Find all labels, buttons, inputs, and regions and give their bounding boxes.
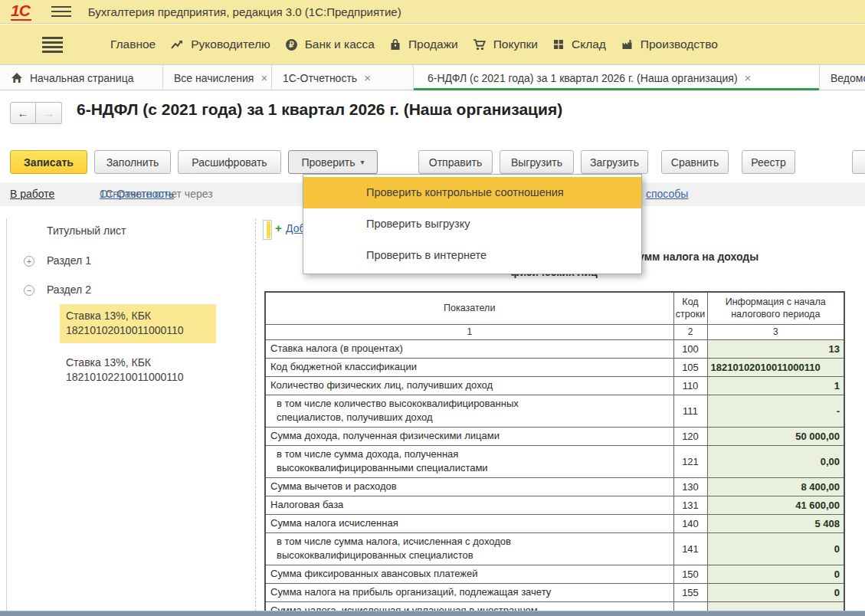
forward-button[interactable]: → — [36, 102, 62, 124]
tree-item-section2[interactable]: Раздел 2 — [47, 283, 91, 296]
table-row: Сумма налога на прибыль организаций, под… — [265, 583, 844, 601]
col-header-line-code: Код строки — [673, 292, 707, 324]
value-cell[interactable]: - — [707, 395, 844, 427]
section-sklad[interactable]: Склад — [552, 38, 606, 51]
open-windows-tabbar: Начальная страница Все начисления × 1С-О… — [0, 65, 865, 90]
indicator-label: Код бюджетной классификации — [265, 358, 673, 376]
ruble-coin-icon: ₽ — [285, 38, 298, 51]
value-cell[interactable]: 50 000,00 — [707, 427, 844, 445]
indicator-label: Сумма фиксированных авансовых платежей — [265, 565, 673, 583]
other-methods-link[interactable]: способы — [646, 182, 688, 206]
value-cell[interactable]: 1 — [707, 376, 844, 395]
save-button[interactable]: Записать — [10, 150, 87, 174]
functions-menu-icon[interactable] — [42, 37, 63, 53]
table-row: Сумма вычетов и расходов1308 400,00 — [265, 477, 844, 496]
clipped-toolbar-button[interactable] — [852, 150, 865, 174]
sections-panel: Главное Руководителю ₽ Банк и касса Прод… — [0, 25, 865, 65]
tab-6ndfl-report[interactable]: 6-НДФЛ (с 2021 года) за 1 квартал 2026 г… — [414, 65, 820, 90]
table-row: Сумма дохода, полученная физическими лиц… — [265, 427, 844, 445]
close-tab-icon[interactable]: × — [260, 72, 267, 84]
section-proizvodstvo[interactable]: Производство — [621, 38, 718, 51]
window-bottom-edge — [0, 611, 865, 616]
tree-item-title-page[interactable]: Титульный лист — [47, 224, 126, 237]
column-number-row: 1 2 3 — [265, 324, 844, 339]
value-cell[interactable]: 0,00 — [707, 445, 844, 477]
line-code: 131 — [673, 496, 707, 514]
value-cell[interactable]: 13 — [707, 339, 844, 358]
1c-application-window: 1С Бухгалтерия предприятия, редакция 3.0… — [0, 0, 865, 616]
table-row: Код бюджетной классификации1051821010201… — [265, 358, 844, 376]
tab-home-page[interactable]: Начальная страница — [0, 65, 163, 90]
section-rukovoditelyu[interactable]: Руководителю — [170, 38, 270, 51]
import-button[interactable]: Загрузить — [581, 150, 648, 174]
shopping-cart-icon — [473, 38, 487, 51]
table-row: Налоговая база13141 600,00 — [265, 496, 844, 514]
indicator-label: Сумма налога на прибыль организаций, под… — [265, 583, 673, 601]
line-code: 111 — [673, 395, 707, 427]
value-cell[interactable]: 41 600,00 — [707, 496, 844, 514]
page-title: 6-НДФЛ (с 2021 года) за 1 квартал 2026 г… — [77, 100, 562, 119]
send-button[interactable]: Отправить — [418, 150, 493, 174]
tab-vse-nachisleniya[interactable]: Все начисления × — [163, 65, 272, 90]
main-menu-icon[interactable] — [51, 6, 71, 17]
tab-label: Ведомо — [831, 72, 865, 84]
back-arrow-icon: ← — [18, 106, 29, 120]
section-bank-i-kassa[interactable]: ₽ Банк и касса — [285, 38, 375, 51]
splitter-handle[interactable] — [263, 220, 272, 240]
tab-label: 6-НДФЛ (с 2021 года) за 1 квартал 2026 г… — [428, 72, 738, 84]
decrypt-button[interactable]: Расшифровать — [178, 150, 281, 174]
value-cell[interactable]: 0 — [707, 583, 844, 601]
line-code: 150 — [673, 565, 707, 583]
register-button[interactable]: Реестр — [742, 150, 795, 174]
tree-item-section1[interactable]: Раздел 1 — [47, 254, 91, 267]
compare-button[interactable]: Сравнить — [661, 150, 729, 174]
close-tab-icon[interactable]: × — [364, 72, 371, 84]
section-pokupki[interactable]: Покупки — [473, 38, 538, 51]
tree-item-rate13-kbk2[interactable]: Ставка 13%, КБК 18210102210011000110 — [60, 351, 216, 390]
value-cell[interactable]: 8 400,00 — [707, 477, 844, 496]
section-label: Продажи — [408, 38, 458, 51]
section-prodazhi[interactable]: Продажи — [389, 38, 458, 51]
tab-label: Начальная страница — [30, 72, 133, 84]
value-cell[interactable]: 5 408 — [707, 514, 844, 532]
expand-plus-icon[interactable]: + — [24, 256, 34, 267]
section-glavnoe[interactable]: Главное — [110, 38, 156, 51]
value-cell[interactable]: 0 — [707, 565, 844, 583]
indicator-label: Сумма налога исчисленная — [265, 514, 673, 532]
window-title: Бухгалтерия предприятия, редакция 3.0 (1… — [88, 5, 401, 18]
indicator-label: в том числе сумма дохода, полученная выс… — [265, 445, 673, 477]
panel-splitter[interactable] — [255, 218, 256, 611]
close-tab-icon[interactable]: × — [745, 72, 752, 84]
export-button[interactable]: Выгрузить — [500, 150, 574, 174]
col-header-indicators: Показатели — [265, 292, 673, 324]
svg-text:₽: ₽ — [289, 41, 294, 49]
report-table: Показатели Код строки Информация с начал… — [264, 291, 845, 616]
indicator-label: Количество физических лиц, получивших до… — [265, 376, 673, 395]
menu-item-check-export[interactable]: Проверить выгрузку — [303, 208, 641, 240]
factory-icon — [621, 38, 634, 51]
back-button[interactable]: ← — [10, 102, 36, 124]
1c-reporting-link[interactable]: 1С-Отчетность — [100, 182, 174, 206]
section-label: Склад — [572, 38, 606, 51]
line-code: 105 — [673, 358, 707, 376]
line-code: 100 — [673, 339, 707, 358]
line-code: 140 — [673, 514, 707, 532]
table-row: Ставка налога (в процентах)10013 — [265, 339, 844, 358]
indicator-label: в том числе сумма налога, исчисленная с … — [265, 532, 673, 565]
collapse-minus-icon[interactable]: − — [24, 285, 34, 296]
tab-1c-otchetnost[interactable]: 1С-Отчетность × — [272, 65, 414, 90]
status-state-link[interactable]: В работе — [10, 182, 54, 206]
check-button[interactable]: Проверить▾ — [288, 150, 378, 174]
menu-item-check-control-ratios[interactable]: Проверить контрольные соотношения — [303, 177, 641, 208]
tab-vedomost-clipped[interactable]: Ведомо — [820, 65, 865, 90]
table-row: в том числе сумма дохода, полученная выс… — [265, 445, 844, 477]
value-cell[interactable]: 18210102010011000110 — [707, 358, 844, 376]
menu-item-check-online[interactable]: Проверить в интернете — [303, 240, 641, 271]
value-cell[interactable]: 0 — [707, 532, 844, 565]
home-icon — [11, 72, 23, 84]
add-plus-icon: + — [275, 221, 282, 235]
tree-item-rate13-kbk1[interactable]: Ставка 13%, КБК 18210102010011000110 — [60, 304, 216, 343]
line-code: 155 — [673, 583, 707, 601]
fill-button[interactable]: Заполнить — [94, 150, 171, 174]
line-code: 120 — [673, 427, 707, 445]
